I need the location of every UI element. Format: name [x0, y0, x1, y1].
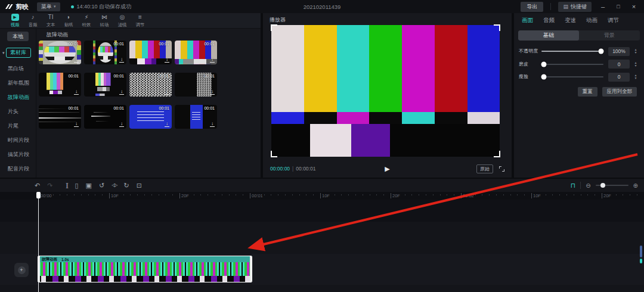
effects-icon: ⚡	[84, 14, 88, 21]
download-icon[interactable]: ↓	[74, 57, 79, 63]
stepper-down-icon[interactable]: ▾	[634, 51, 636, 54]
download-icon[interactable]: ↓	[210, 89, 215, 95]
prop-tab-调节[interactable]: 调节	[608, 17, 619, 24]
selection-handle[interactable]	[271, 151, 277, 157]
stepper[interactable]: ▴▾	[632, 61, 639, 67]
playhead[interactable]	[38, 192, 39, 292]
mirror-icon[interactable]: ◁▷	[112, 179, 116, 192]
undo-icon[interactable]: ↶	[35, 179, 40, 192]
original-ratio-button[interactable]: 原始	[476, 164, 493, 173]
menu-button[interactable]: 菜单▾	[37, 2, 60, 11]
download-icon[interactable]: ↓	[119, 122, 124, 127]
media-thumbnail[interactable]: 00:01↓	[39, 73, 81, 97]
media-thumbnail[interactable]: 00:01↓	[175, 73, 217, 97]
sidebar-item-配音片段[interactable]: 配音片段	[0, 161, 36, 176]
play-button[interactable]: ▶	[385, 165, 389, 173]
sidebar-item-时间片段[interactable]: 时间片段	[0, 133, 36, 147]
media-thumbnail[interactable]: 00:01↓	[39, 41, 81, 64]
selection-handle[interactable]	[494, 151, 500, 157]
sidebar-item-故障动画[interactable]: 故障动画	[0, 90, 36, 104]
sidebar-item-片头[interactable]: 片头	[0, 104, 36, 119]
shortcuts-button[interactable]: ▤ 快捷键	[558, 2, 592, 12]
sidebar-item-新年氛围[interactable]: 新年氛围	[0, 76, 36, 90]
stepper[interactable]: ▴▾	[632, 74, 639, 80]
tab-sticker[interactable]: ◗贴纸	[60, 13, 78, 28]
delete-icon[interactable]: ▯	[75, 179, 78, 192]
media-thumbnail[interactable]: 00:01↓	[175, 105, 217, 129]
sidebar-item-library[interactable]: 素材库	[6, 48, 31, 58]
tab-effects[interactable]: ⚡特效	[78, 13, 95, 28]
slider-handle[interactable]	[541, 74, 547, 80]
sidebar-item-片尾[interactable]: 片尾	[0, 119, 36, 133]
tab-text[interactable]: TI文本	[42, 13, 60, 28]
prop-tab-变速[interactable]: 变速	[565, 17, 576, 24]
prop-tab-画面[interactable]: 画面	[522, 17, 533, 24]
minimize-button[interactable]: –	[599, 2, 607, 11]
media-thumbnail[interactable]: 00:01↓	[39, 105, 81, 129]
media-thumbnail[interactable]: 00:01↓	[84, 105, 126, 129]
prop-tab-音频[interactable]: 音频	[543, 17, 555, 24]
download-icon[interactable]: ↓	[165, 89, 169, 95]
slider-track[interactable]	[541, 51, 603, 52]
download-icon[interactable]: ↓	[210, 122, 215, 127]
rotate-icon[interactable]: ↻	[123, 179, 129, 192]
zoom-out-icon[interactable]: ⊖	[586, 182, 590, 189]
slider-value[interactable]: 0	[608, 73, 630, 82]
prop-subtab-背景[interactable]: 背景	[579, 30, 640, 41]
selection-handle[interactable]	[494, 24, 500, 31]
sidebar-item-黑白场[interactable]: 黑白场	[0, 61, 36, 76]
download-icon[interactable]: ↓	[119, 89, 124, 95]
reverse-icon[interactable]: ↺	[99, 179, 104, 192]
sidebar-item-local[interactable]: 本地	[7, 32, 29, 41]
selection-handle[interactable]	[271, 24, 277, 31]
slider-track[interactable]	[541, 64, 603, 65]
tab-adjust[interactable]: ≡调节	[131, 13, 149, 28]
download-icon[interactable]: ↓	[210, 57, 215, 63]
tab-filter[interactable]: ◎滤镜	[113, 13, 131, 28]
snap-icon[interactable]: ⊓	[571, 182, 576, 190]
close-button[interactable]: ×	[630, 2, 638, 11]
slider-value[interactable]: 0	[608, 60, 630, 69]
timeline-clip[interactable]: 故障动画 1.0s	[38, 256, 252, 282]
slider-track[interactable]	[541, 76, 603, 77]
download-icon[interactable]: ↓	[165, 57, 169, 63]
crop-icon[interactable]: ⊡	[137, 179, 142, 192]
timeline-ruler[interactable]: 00:0010F20F00:0110F20F00:0210F20F	[0, 192, 644, 200]
freeze-icon[interactable]: ▣	[86, 179, 92, 192]
fullscreen-icon[interactable]	[499, 166, 504, 172]
tab-audio[interactable]: ♪音频	[24, 13, 42, 28]
maximize-button[interactable]: □	[614, 2, 623, 11]
download-icon[interactable]: ↓	[119, 57, 124, 63]
prop-subtab-基础[interactable]: 基础	[518, 30, 579, 41]
zoom-in-icon[interactable]: ⊕	[633, 182, 638, 189]
sidebar-item-搞笑片段[interactable]: 搞笑片段	[0, 147, 36, 161]
timeline-vertical-scrollbar[interactable]	[640, 246, 642, 257]
export-button[interactable]: 导出	[521, 2, 543, 12]
media-thumbnail[interactable]: 00:01↓	[84, 73, 126, 97]
zoom-slider-handle[interactable]	[600, 183, 605, 188]
download-icon[interactable]: ↓	[74, 122, 79, 127]
download-icon[interactable]: ↓	[165, 122, 169, 127]
slider-handle[interactable]	[599, 49, 604, 54]
media-thumbnail[interactable]: 00:01↓	[84, 41, 126, 64]
reset-button[interactable]: 重置	[578, 87, 597, 97]
download-icon[interactable]: ↓	[74, 89, 79, 95]
media-thumbnail[interactable]: 00:01↓	[129, 41, 172, 64]
split-icon[interactable]: ][	[66, 179, 67, 192]
video-preview[interactable]	[271, 25, 500, 157]
apply-all-button[interactable]: 应用到全部	[602, 87, 637, 97]
slider-value[interactable]: 100%	[608, 47, 630, 56]
media-thumbnail[interactable]: 00:01↓	[129, 73, 172, 97]
media-thumbnail[interactable]: 00:01↓	[129, 105, 172, 129]
tab-transition[interactable]: ⋈转场	[95, 13, 113, 28]
stepper-down-icon[interactable]: ▾	[634, 64, 636, 67]
stepper[interactable]: ▴▾	[632, 48, 639, 54]
add-media-button[interactable]: +	[14, 263, 29, 277]
filter-icon: ◎	[120, 14, 125, 21]
tab-video[interactable]: ▶视频	[6, 13, 24, 28]
slider-handle[interactable]	[541, 61, 547, 67]
media-thumbnail[interactable]: 00:01↓	[175, 41, 217, 64]
timeline-zoom-slider[interactable]	[596, 185, 628, 186]
stepper-down-icon[interactable]: ▾	[634, 77, 636, 80]
prop-tab-动画[interactable]: 动画	[586, 17, 597, 24]
